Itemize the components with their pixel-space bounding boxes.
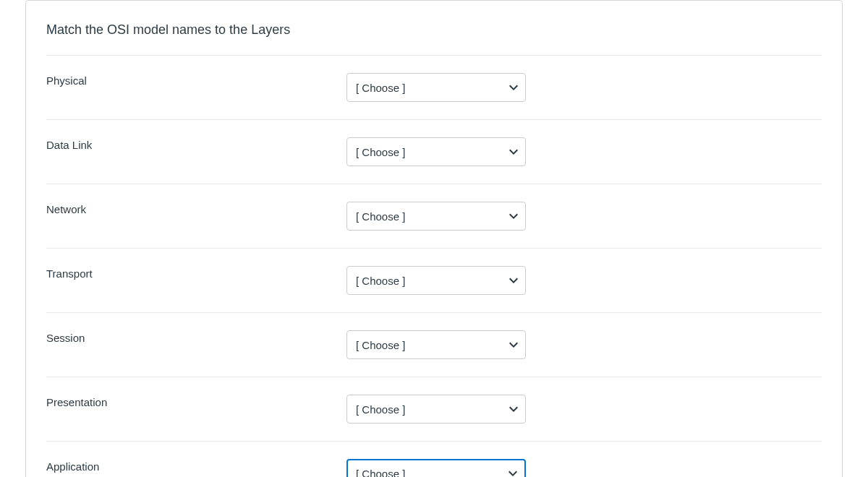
match-select[interactable]: [ Choose ] xyxy=(346,73,526,102)
match-label: Transport xyxy=(46,266,346,280)
question-container: Match the OSI model names to the Layers … xyxy=(25,0,843,477)
match-label: Physical xyxy=(46,73,346,87)
match-label: Data Link xyxy=(46,137,346,151)
match-label: Application xyxy=(46,459,346,473)
match-row: Session[ Choose ] xyxy=(46,312,822,377)
match-label: Session xyxy=(46,330,346,344)
match-select[interactable]: [ Choose ] xyxy=(346,459,526,477)
match-select[interactable]: [ Choose ] xyxy=(346,202,526,231)
match-row: Network[ Choose ] xyxy=(46,184,822,248)
match-row: Physical[ Choose ] xyxy=(46,55,822,119)
match-select-wrap: [ Choose ] xyxy=(346,137,526,166)
match-select-wrap: [ Choose ] xyxy=(346,73,526,102)
match-row: Presentation[ Choose ] xyxy=(46,377,822,441)
match-row: Data Link[ Choose ] xyxy=(46,119,822,184)
match-row: Application[ Choose ] xyxy=(46,441,822,477)
match-select[interactable]: [ Choose ] xyxy=(346,330,526,359)
question-prompt: Match the OSI model names to the Layers xyxy=(26,1,842,55)
match-select[interactable]: [ Choose ] xyxy=(346,395,526,424)
match-select[interactable]: [ Choose ] xyxy=(346,137,526,166)
match-select[interactable]: [ Choose ] xyxy=(346,266,526,295)
match-select-wrap: [ Choose ] xyxy=(346,395,526,424)
match-label: Presentation xyxy=(46,395,346,408)
match-select-wrap: [ Choose ] xyxy=(346,459,526,477)
match-label: Network xyxy=(46,202,346,215)
match-select-wrap: [ Choose ] xyxy=(346,202,526,231)
match-rows: Physical[ Choose ]Data Link[ Choose ]Net… xyxy=(26,55,842,477)
match-select-wrap: [ Choose ] xyxy=(346,330,526,359)
match-row: Transport[ Choose ] xyxy=(46,248,822,312)
match-select-wrap: [ Choose ] xyxy=(346,266,526,295)
